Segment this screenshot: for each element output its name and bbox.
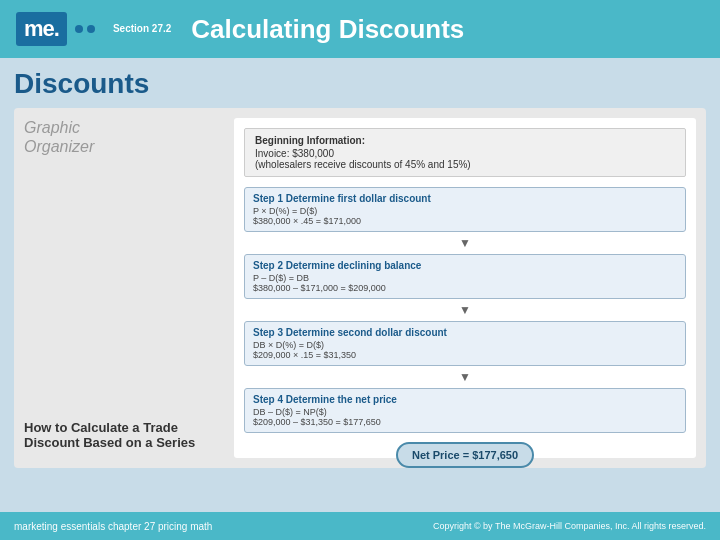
step-2-title: Step 2 Determine declining balance: [253, 260, 677, 271]
step-1-calc: $380,000 × .45 = $171,000: [253, 216, 677, 226]
header-title: Calculating Discounts: [191, 14, 464, 45]
step-2-formula: P – D($) = DB: [253, 273, 677, 283]
arrow-3: ▼: [244, 371, 686, 383]
step-4-title: Step 4 Determine the net price: [253, 394, 677, 405]
main-content: Discounts Graphic Organizer How to Calcu…: [0, 58, 720, 512]
step-2-box: Step 2 Determine declining balance P – D…: [244, 254, 686, 299]
left-description: How to Calculate a Trade Discount Based …: [24, 412, 224, 458]
logo-text: me.: [16, 12, 67, 46]
left-panel: Graphic Organizer How to Calculate a Tra…: [24, 118, 224, 458]
footer-bar: marketing essentials chapter 27 pricing …: [0, 512, 720, 540]
beginning-info-line2: (wholesalers receive discounts of 45% an…: [255, 159, 675, 170]
graphic-organizer-label: Graphic Organizer: [24, 118, 224, 156]
step-2-calc: $380,000 – $171,000 = $209,000: [253, 283, 677, 293]
right-panel: Beginning Information: Invoice: $380,000…: [234, 118, 696, 458]
page-title: Discounts: [14, 68, 706, 100]
content-panel: Graphic Organizer How to Calculate a Tra…: [14, 108, 706, 468]
arrow-1: ▼: [244, 237, 686, 249]
logo-dots: [75, 25, 95, 33]
step-3-title: Step 3 Determine second dollar discount: [253, 327, 677, 338]
beginning-info-title: Beginning Information:: [255, 135, 675, 146]
footer-left-text: marketing essentials chapter 27 pricing …: [14, 521, 212, 532]
step-1-formula: P × D(%) = D($): [253, 206, 677, 216]
net-price-box: Net Price = $177,650: [396, 442, 534, 468]
step-1-title: Step 1 Determine first dollar discount: [253, 193, 677, 204]
logo-box: me.: [16, 12, 95, 46]
step-3-formula: DB × D(%) = D($): [253, 340, 677, 350]
go-title-line1: Graphic: [24, 119, 80, 136]
step-3-calc: $209,000 × .15 = $31,350: [253, 350, 677, 360]
beginning-info-box: Beginning Information: Invoice: $380,000…: [244, 128, 686, 177]
step-4-calc: $209,000 – $31,350 = $177,650: [253, 417, 677, 427]
section-text: Section 27.2: [113, 23, 171, 35]
step-4-formula: DB – D($) = NP($): [253, 407, 677, 417]
logo-dot-1: [75, 25, 83, 33]
logo-dot-2: [87, 25, 95, 33]
step-4-box: Step 4 Determine the net price DB – D($)…: [244, 388, 686, 433]
beginning-info-line1: Invoice: $380,000: [255, 148, 675, 159]
footer-right-text: Copyright © by The McGraw-Hill Companies…: [433, 521, 706, 531]
steps-container: Step 1 Determine first dollar discount P…: [244, 187, 686, 468]
header-bar: me. Section 27.2 Calculating Discounts: [0, 0, 720, 58]
go-title-line2: Organizer: [24, 138, 94, 155]
step-1-box: Step 1 Determine first dollar discount P…: [244, 187, 686, 232]
step-3-box: Step 3 Determine second dollar discount …: [244, 321, 686, 366]
section-label: Section 27.2: [113, 23, 171, 35]
arrow-2: ▼: [244, 304, 686, 316]
